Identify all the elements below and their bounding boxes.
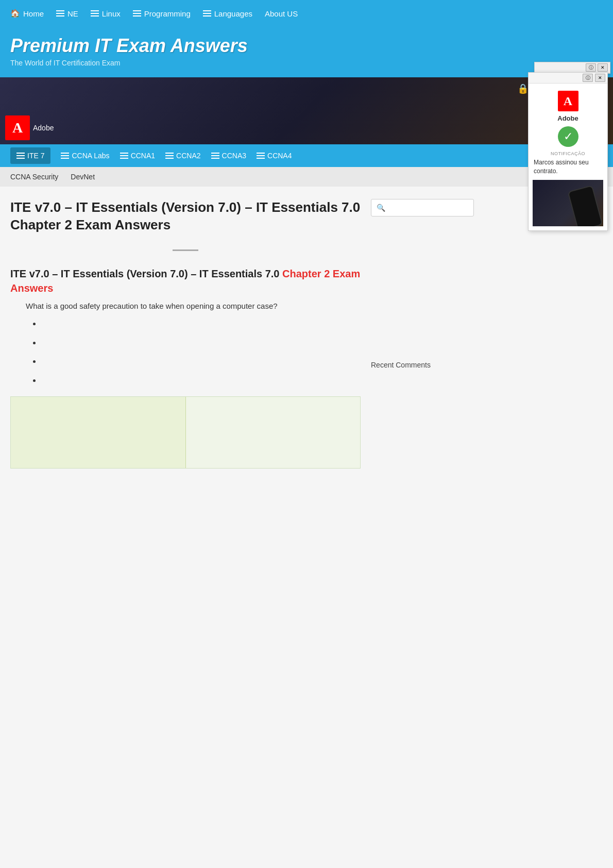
adobe-logo: A	[5, 115, 30, 140]
search-input[interactable]	[371, 199, 474, 216]
list-item	[41, 337, 361, 349]
nav-ne[interactable]: NE	[56, 9, 78, 18]
ad-bottom-right	[186, 397, 361, 468]
floating-adobe-logo: A	[558, 91, 578, 111]
hamburger-icon	[91, 10, 99, 16]
subnav-ite7[interactable]: ITE 7	[10, 147, 50, 164]
nav-programming[interactable]: Programming	[133, 9, 191, 18]
home-icon: 🏠	[10, 9, 20, 18]
content-area: ITE v7.0 – IT Essentials (Version 7.0) –…	[10, 199, 361, 469]
hamburger-icon	[211, 153, 219, 159]
floating-adobe-text: Adobe	[533, 114, 603, 122]
subnav-ccna-labs[interactable]: CCNA Labs	[61, 152, 109, 160]
lock-icon: 🔒	[517, 83, 529, 94]
phone-shape	[567, 185, 603, 226]
subnav-ccna2[interactable]: CCNA2	[165, 152, 200, 160]
checkmark-circle: ✓	[558, 126, 578, 147]
floating-ad-2-close-btn[interactable]: ✕	[598, 63, 608, 72]
floating-ad-body: 🔒 A Adobe ✓ NOTIFICAÇÃO Marcos assinou s…	[529, 84, 607, 230]
sub-nav: ITE 7 CCNA Labs CCNA1 CCNA2 CCNA3 CCNA4	[0, 144, 613, 167]
article-title: ITE v7.0 – IT Essentials (Version 7.0) –…	[10, 199, 361, 234]
answer-list	[41, 318, 361, 386]
subnav2-devnet[interactable]: DevNet	[71, 173, 95, 181]
phone-image	[533, 180, 603, 226]
hamburger-icon	[165, 153, 174, 159]
hamburger-icon	[61, 153, 69, 159]
floating-ad-primary: ⓘ ✕ 🔒 A Adobe ✓ NOTIFICAÇÃO Marcos assin…	[528, 72, 608, 231]
adobe-banner-label: Adobe	[33, 124, 54, 132]
list-item	[41, 318, 361, 330]
nav-linux[interactable]: Linux	[91, 9, 121, 18]
notification-text: Marcos assinou seu contrato.	[533, 158, 603, 176]
hamburger-icon	[203, 10, 211, 16]
subnav-ccna3[interactable]: CCNA3	[211, 152, 246, 160]
hamburger-icon	[120, 153, 128, 159]
body-title-plain: ITE v7.0 – IT Essentials (Version 7.0) –…	[10, 268, 282, 279]
sub-nav-2: CCNA Security DevNet	[0, 167, 613, 187]
list-item	[41, 375, 361, 387]
adobe-a-letter: A	[12, 120, 23, 136]
floating-ad-secondary-header: ⓘ ✕	[535, 62, 610, 73]
subnav-ccna1[interactable]: CCNA1	[120, 152, 155, 160]
site-header: Premium IT Exam Answers The World of IT …	[0, 27, 613, 77]
hamburger-icon	[56, 10, 64, 16]
nav-aboutus[interactable]: About US	[265, 9, 298, 18]
site-subtitle: The World of IT Certification Exam	[10, 59, 603, 67]
recent-comments-label: Recent Comments	[371, 361, 474, 373]
floating-adobe-a-letter: A	[564, 94, 572, 108]
hamburger-icon	[133, 10, 141, 16]
divider	[173, 249, 198, 251]
sidebar: Recent Comments	[371, 199, 474, 469]
nav-home[interactable]: 🏠 Home	[10, 9, 44, 18]
subnav2-ccna-security[interactable]: CCNA Security	[10, 173, 58, 181]
article-body: ITE v7.0 – IT Essentials (Version 7.0) –…	[10, 249, 361, 469]
notificacao-label: NOTIFICAÇÃO	[533, 151, 603, 156]
list-item	[41, 356, 361, 368]
subnav-ccna4[interactable]: CCNA4	[257, 152, 292, 160]
floating-ad-header: ⓘ ✕	[529, 73, 607, 84]
top-nav: 🏠 Home NE Linux Programming Languages Ab…	[0, 0, 613, 27]
floating-ad-2-info-btn[interactable]: ⓘ	[586, 63, 596, 72]
hamburger-icon	[16, 153, 25, 159]
main-container: ITE v7.0 – IT Essentials (Version 7.0) –…	[0, 187, 613, 481]
ad-bottom	[10, 396, 361, 469]
floating-ad-close-btn[interactable]: ✕	[595, 74, 605, 82]
checkmark-icon: ✓	[564, 131, 573, 142]
question-text: What is a good safety precaution to take…	[26, 301, 361, 312]
nav-languages[interactable]: Languages	[203, 9, 252, 18]
hamburger-icon	[257, 153, 265, 159]
ad-bottom-left	[11, 397, 186, 468]
article-body-title: ITE v7.0 – IT Essentials (Version 7.0) –…	[10, 266, 361, 295]
floating-ad-info-btn[interactable]: ⓘ	[583, 74, 593, 82]
site-title: Premium IT Exam Answers	[10, 35, 603, 57]
